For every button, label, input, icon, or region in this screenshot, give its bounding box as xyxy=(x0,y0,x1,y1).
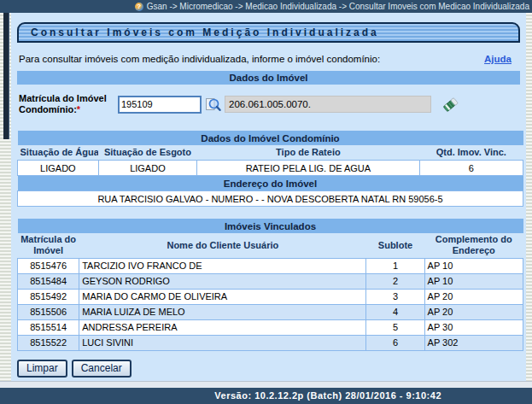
nome-cell: LUCI SIVINI xyxy=(79,335,366,350)
table-row: 8515522 LUCI SIVINI 6 AP 302 xyxy=(18,335,523,350)
cancelar-button[interactable]: Cancelar xyxy=(72,360,132,378)
matricula-cell: 8515492 xyxy=(18,289,79,304)
col-qtd-imov-vinc: Qtd. Imov. Vinc. xyxy=(419,145,523,161)
complemento-cell: AP 302 xyxy=(424,335,523,350)
nome-cell: TARCIZIO IVO FRANCO DE xyxy=(79,258,366,273)
breadcrumb: Gsan -> Micromedicao -> Medicao Individu… xyxy=(147,2,529,11)
right-frame-rail xyxy=(526,13,532,382)
situacao-agua-value: LIGADO xyxy=(18,161,99,176)
complemento-cell: AP 20 xyxy=(424,289,523,304)
table-row: 8515506 MARIA LUIZA DE MELO 4 AP 20 xyxy=(18,304,523,319)
endereco-header: Endereço do Imóvel xyxy=(18,176,523,191)
nome-cell: MARIA DO CARMO DE OLIVEIRA xyxy=(79,289,366,304)
nome-cell: MARIA LUIZA DE MELO xyxy=(79,304,366,319)
vinculados-table-title: Imóveis Vinculados xyxy=(18,219,523,233)
nome-cell: GEYSON RODRIGO xyxy=(79,273,366,289)
sublote-cell: 1 xyxy=(366,258,424,273)
complemento-cell: AP 20 xyxy=(424,304,523,319)
version-bar: Versão: 10.2.12.2p (Batch) 28/01/2016 - … xyxy=(0,388,532,404)
col-nome-cliente: Nome do Cliente Usuário xyxy=(79,233,366,258)
col-sublote: Sublote xyxy=(366,233,424,258)
col-matricula-imovel: Matrícula do Imóvel xyxy=(18,233,79,258)
col-situacao-esgoto: Situação de Esgoto xyxy=(98,145,196,161)
matricula-field-row: Matrícula do Imóvel Condomínio:* 206.061… xyxy=(19,88,520,120)
search-imovel-button[interactable] xyxy=(205,97,221,113)
matricula-cell: 8515476 xyxy=(18,258,79,273)
qtd-imov-vinc-value: 6 xyxy=(419,161,523,176)
help-icon[interactable]: ? xyxy=(135,3,143,11)
main-content: Consultar Imóveis com Medição Individual… xyxy=(11,13,526,383)
table-row: 8515476 TARCIZIO IVO FRANCO DE 1 AP 10 xyxy=(18,258,523,273)
limpar-button[interactable]: Limpar xyxy=(17,360,67,378)
table-row: 8515492 MARIA DO CARMO DE OLIVEIRA 3 AP … xyxy=(18,289,523,304)
nome-cell: ANDRESSA PEREIRA xyxy=(79,319,366,335)
complemento-cell: AP 10 xyxy=(424,258,523,273)
col-complemento: Complemento do Endereço xyxy=(424,233,523,258)
vinculados-table: Imóveis Vinculados Matrícula do Imóvel N… xyxy=(17,219,523,351)
condominio-table: Dados do Imóvel Condomínio Situação de Á… xyxy=(17,131,523,207)
sublote-cell: 6 xyxy=(366,335,424,350)
matricula-cell: 8515484 xyxy=(18,273,79,289)
matricula-cell: 8515506 xyxy=(18,304,79,319)
endereco-value: RUA TARCISIO GALVAO - NUMERO - - NOVA DE… xyxy=(18,191,523,207)
search-icon xyxy=(205,102,221,115)
condominio-table-title: Dados do Imóvel Condomínio xyxy=(18,131,523,145)
ajuda-link[interactable]: Ajuda xyxy=(484,54,512,64)
matricula-cell: 8515514 xyxy=(18,319,79,335)
dados-imovel-header: Dados do Imóvel xyxy=(17,71,520,85)
sublote-cell: 2 xyxy=(366,273,424,289)
inscricao-display: 206.061.005.0070. xyxy=(225,96,431,113)
table-row: 8515484 GEYSON RODRIGO 2 AP 10 xyxy=(18,273,523,289)
sublote-cell: 4 xyxy=(366,304,424,319)
instruction-text: Para consultar imóveis com medição indiv… xyxy=(19,54,380,64)
sublote-cell: 3 xyxy=(366,289,424,304)
tipo-rateio-value: RATEIO PELA LIG. DE AGUA xyxy=(197,161,419,176)
sublote-cell: 5 xyxy=(366,319,424,335)
matricula-label: Matrícula do Imóvel Condomínio:* xyxy=(19,93,118,115)
required-marker: * xyxy=(77,104,80,114)
complemento-cell: AP 30 xyxy=(424,319,523,335)
col-situacao-agua: Situação de Água xyxy=(18,145,99,161)
table-row: 8515514 ANDRESSA PEREIRA 5 AP 30 xyxy=(18,319,523,335)
complemento-cell: AP 10 xyxy=(424,273,523,289)
col-tipo-rateio: Tipo de Rateio xyxy=(197,145,419,161)
page-title: Consultar Imóveis com Medição Individual… xyxy=(17,22,520,43)
clear-field-button[interactable] xyxy=(441,96,459,114)
frame-gap-strip xyxy=(0,381,532,388)
situacao-esgoto-value: LIGADO xyxy=(98,161,196,176)
matricula-cell: 8515522 xyxy=(18,335,79,350)
matricula-input[interactable] xyxy=(118,96,202,114)
eraser-icon xyxy=(441,103,459,116)
breadcrumb-bar: ? Gsan -> Micromedicao -> Medicao Indivi… xyxy=(0,0,532,13)
left-frame-splitter xyxy=(3,13,9,139)
